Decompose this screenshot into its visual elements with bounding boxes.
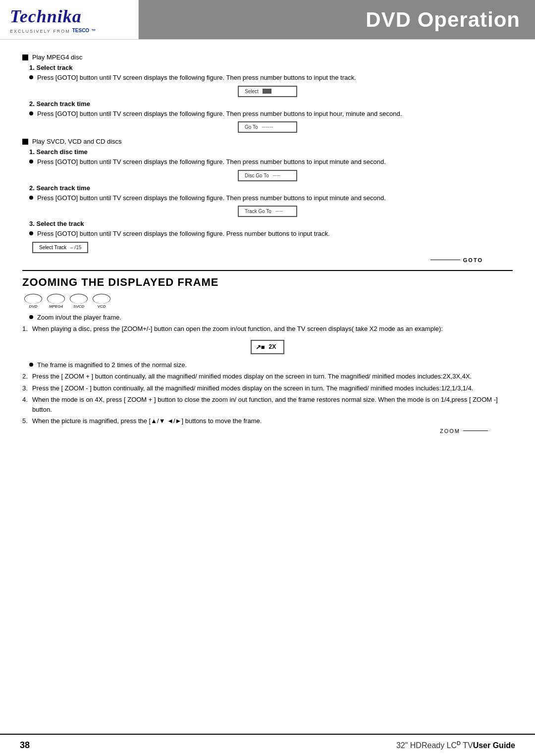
svcd-disc-icon: SVCD bbox=[70, 294, 88, 309]
bullet-dot-icon bbox=[29, 363, 33, 367]
search-disc-time-bullet: Press [GOTO] button until TV screen disp… bbox=[29, 157, 513, 167]
select-indicator-icon bbox=[263, 89, 271, 94]
svcd-search-track-title: 2. Search track time bbox=[29, 184, 513, 192]
svcd-section-header: Play SVCD, VCD and CD discs bbox=[22, 138, 513, 145]
zoom-number-1: 1. bbox=[22, 324, 30, 334]
dvd-disc-icon: DVD bbox=[24, 294, 42, 309]
zoom-number-4: 4. bbox=[22, 395, 30, 405]
track-goto-dashes-icon: ─ ─ bbox=[275, 209, 282, 214]
track-goto-screen-wrap: Track Go To ─ ─ bbox=[22, 206, 513, 217]
mpeg4-section-header: Play MPEG4 disc bbox=[22, 54, 513, 61]
disc-goto-dashes-icon: ─ ─ bbox=[273, 173, 280, 178]
zoom-item-3: 3. Press the [ ZOOM - ] button continual… bbox=[22, 383, 513, 393]
zoom-bottom-dash-icon bbox=[463, 431, 488, 431]
mpeg4-disc-icon: MPEG4 bbox=[47, 294, 65, 309]
dvd-disc-label: DVD bbox=[29, 304, 38, 309]
select-screen-wrap: Select bbox=[22, 86, 513, 97]
select-screen: Select bbox=[238, 86, 297, 97]
header-title-box: DVD Operation bbox=[139, 0, 535, 39]
mpeg4-section-label: Play MPEG4 disc bbox=[32, 54, 82, 61]
zoom-screen-wrap: ↗■ 2X bbox=[22, 337, 513, 357]
zoom-item-5: 5. When the picture is magnified, press … bbox=[22, 416, 513, 426]
footer-model: 32" HDReady LCD TVUser Guide bbox=[396, 740, 515, 750]
search-disc-time-title: 1. Search disc time bbox=[29, 148, 513, 156]
page-header: Technika EXCLUSIVELY FROM TESCO ™ DVD Op… bbox=[0, 0, 535, 40]
page-number: 38 bbox=[20, 740, 30, 751]
svcd-search-track-bullet: Press [GOTO] button until TV screen disp… bbox=[29, 193, 513, 203]
goto-screen-wrap: Go To ─ ─ ─ bbox=[22, 121, 513, 133]
mpeg4-disc-label: MPEG4 bbox=[49, 304, 63, 309]
vcd-disc-icon: VCD bbox=[93, 294, 110, 309]
logo-tesco: TESCO bbox=[72, 28, 89, 33]
goto-line: GOTO bbox=[22, 257, 483, 263]
logo-sub: EXCLUSIVELY FROM bbox=[10, 29, 70, 34]
select-track-screen-label: Select Track bbox=[39, 245, 66, 250]
bullet-dot-icon bbox=[29, 315, 33, 319]
logo-technika: Technika bbox=[10, 6, 128, 27]
mpeg4-search-track-title: 2. Search track time bbox=[29, 100, 513, 108]
zoom-number-2: 2. bbox=[22, 372, 30, 381]
select-the-track-bullet: Press [GOTO] button until TV screen disp… bbox=[29, 229, 513, 239]
goto-dash-icon bbox=[430, 260, 460, 260]
select-the-track-title: 3. Select the track bbox=[29, 220, 513, 227]
zoom-section-title: ZOOMING THE DISPLAYED FRAME bbox=[22, 270, 513, 289]
logo-box: Technika EXCLUSIVELY FROM TESCO ™ bbox=[0, 0, 139, 39]
zoom-bullet1: Zoom in/out the player frame. bbox=[29, 313, 513, 323]
select-track-screen-wrap: Select Track – /15 bbox=[32, 242, 513, 253]
zoom-x2-label: 2X bbox=[269, 343, 276, 350]
bullet-dot-icon bbox=[29, 75, 33, 79]
select-track-title: 1. Select track bbox=[29, 64, 513, 71]
bullet-dot-icon bbox=[29, 160, 33, 163]
select-track-value: – /15 bbox=[70, 245, 81, 250]
track-goto-screen: Track Go To ─ ─ bbox=[238, 206, 297, 217]
disc-goto-screen: Disc Go To ─ ─ bbox=[238, 170, 297, 181]
zoom-item-4: 4. When the mode is on 4X, press [ ZOOM … bbox=[22, 395, 513, 414]
svcd-bullet-icon bbox=[22, 139, 28, 145]
zoom-arrow-icon: ↗■ bbox=[256, 343, 265, 351]
footer-model-rest: TV bbox=[461, 742, 473, 750]
mpeg4-search-track-bullet: Press [GOTO] button until TV screen disp… bbox=[29, 109, 513, 119]
goto-screen-label: Go To bbox=[245, 124, 258, 130]
vcd-disc-label: VCD bbox=[98, 304, 106, 309]
zoom-bottom-line: ZOOM bbox=[22, 428, 488, 434]
select-track-bullet: Press [GOTO] button until TV screen disp… bbox=[29, 73, 513, 83]
zoom-number-3: 3. bbox=[22, 383, 30, 393]
footer-model-text: 32" HDReady LC bbox=[396, 742, 457, 750]
zoom-number-5: 5. bbox=[22, 416, 30, 426]
disc-icons-row: DVD MPEG4 SVCD VCD bbox=[24, 294, 513, 309]
zoom-bottom-label: ZOOM bbox=[440, 428, 460, 434]
goto-dashes-icon: ─ ─ ─ bbox=[262, 124, 273, 130]
bullet-dot-icon bbox=[29, 231, 33, 235]
select-screen-label: Select bbox=[245, 89, 259, 94]
svcd-section-label: Play SVCD, VCD and CD discs bbox=[32, 138, 122, 145]
zoom-item-2: 2. Press the [ ZOOM + ] button continual… bbox=[22, 372, 513, 381]
disc-goto-screen-wrap: Disc Go To ─ ─ bbox=[22, 170, 513, 181]
select-track-screen: Select Track – /15 bbox=[32, 242, 88, 253]
goto-label: GOTO bbox=[463, 257, 483, 263]
main-content: Play MPEG4 disc 1. Select track Press [G… bbox=[0, 40, 535, 446]
footer-guide-label: User Guide bbox=[473, 742, 515, 750]
track-goto-screen-label: Track Go To bbox=[245, 209, 271, 214]
svcd-disc-label: SVCD bbox=[73, 304, 84, 309]
page-title: DVD Operation bbox=[366, 8, 520, 32]
zoom-item-1: 1. When playing a disc, press the [ZOOM+… bbox=[22, 324, 513, 334]
disc-goto-screen-label: Disc Go To bbox=[245, 173, 269, 178]
bullet-dot-icon bbox=[29, 196, 33, 200]
zoom-magnified-bullet: The frame is magnified to 2 times of the… bbox=[29, 360, 513, 370]
page-footer: 38 32" HDReady LCD TVUser Guide bbox=[0, 734, 535, 756]
bullet-dot-icon bbox=[29, 111, 33, 115]
mpeg4-bullet-icon bbox=[22, 54, 28, 60]
zoom-screen: ↗■ 2X bbox=[251, 340, 285, 354]
goto-screen: Go To ─ ─ ─ bbox=[238, 121, 297, 133]
